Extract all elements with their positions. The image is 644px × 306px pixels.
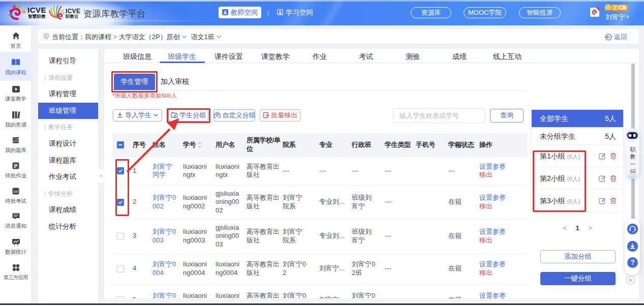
svg-text:100: 100 (13, 190, 19, 193)
